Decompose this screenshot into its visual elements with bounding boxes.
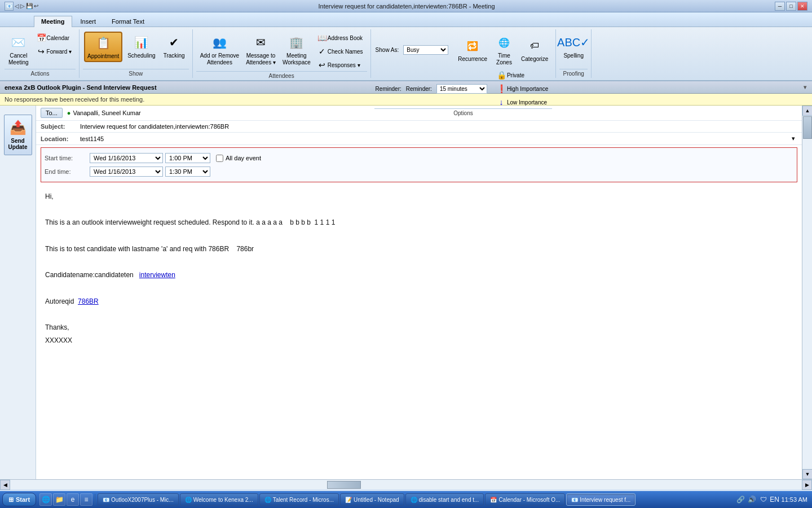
taskbar-outlookplus[interactable]: 📧 OutlooX2007Plus - Mic...: [98, 493, 179, 506]
calendar-button[interactable]: 📅 Calendar: [34, 32, 74, 44]
location-row: Location: ▾: [36, 133, 802, 145]
language-icon: EN: [770, 495, 779, 504]
ie2-icon[interactable]: e: [67, 493, 79, 506]
body-line-7: Candidatename:candidateten interviewten: [45, 270, 793, 281]
undo-btn[interactable]: ↩: [34, 3, 38, 9]
maximize-button[interactable]: □: [786, 2, 796, 11]
save-btn[interactable]: 💾: [26, 3, 33, 9]
show-as-select[interactable]: Busy Free Tentative Out of Office: [403, 45, 448, 55]
cancel-meeting-button[interactable]: ✉️ Cancel Meeting: [6, 32, 32, 68]
forward-button[interactable]: ↪ Forward ▾: [34, 45, 74, 58]
taskbar-talent[interactable]: 🌐 Talent Record - Micros...: [259, 493, 339, 506]
scroll-left-button[interactable]: ◀: [0, 480, 10, 490]
add-remove-attendees-button[interactable]: 👥 Add or Remove Attendees: [197, 32, 242, 68]
to-button[interactable]: To...: [41, 108, 63, 118]
private-icon: 🔒: [497, 71, 506, 80]
reminder-select[interactable]: 15 minutes None 5 minutes 30 minutes 1 h…: [436, 84, 487, 94]
calendar-label: Calendar: [47, 35, 70, 41]
taskbar-interview-request[interactable]: 📧 Interview request f...: [566, 493, 636, 506]
high-importance-button[interactable]: ❗ High Importance: [494, 82, 551, 95]
close-button[interactable]: ✕: [797, 2, 807, 11]
plugin-expand-button[interactable]: ▾: [802, 83, 807, 91]
scheduling-button[interactable]: 📊 Scheduling: [125, 32, 158, 61]
taskbar: ⊞ Start 🌐 📁 e ≡ 📧 OutlooX2007Plus - Mic.…: [0, 491, 812, 508]
taskbar-outlookplus-icon: 📧: [103, 497, 109, 503]
network-icon: 🔗: [736, 495, 745, 504]
send-update-button[interactable]: 📤 SendUpdate: [4, 115, 32, 155]
taskbar-calendar[interactable]: 📅 Calendar - Microsoft O...: [485, 493, 565, 506]
body-line-8: [45, 283, 793, 294]
cancel-meeting-label: Cancel Meeting: [8, 52, 29, 66]
fwd-btn[interactable]: ▷: [20, 3, 25, 9]
taskbar-interview-icon: 📧: [571, 497, 578, 503]
location-dropdown-icon[interactable]: ▾: [789, 135, 797, 142]
taskbar-disable[interactable]: 🌐 disable start and end t...: [405, 493, 484, 506]
private-button[interactable]: 🔒 Private: [494, 69, 551, 81]
tracking-button[interactable]: ✔ Tracking: [161, 32, 188, 61]
appointment-label: Appointment: [87, 53, 119, 60]
horizontal-scrollbar: ◀ ▶: [0, 479, 812, 489]
time-zones-label: Time Zones: [496, 52, 512, 66]
location-input[interactable]: [80, 135, 789, 142]
tab-meeting[interactable]: Meeting: [34, 16, 72, 27]
message-to-attendees-button[interactable]: ✉ Message to Attendees ▾: [243, 32, 279, 68]
address-book-button[interactable]: 📖 Address Book: [315, 32, 366, 44]
h-scroll-track: [10, 480, 802, 489]
end-time-select[interactable]: 1:30 PM: [165, 167, 210, 177]
all-day-checkbox[interactable]: [216, 155, 223, 162]
scroll-down-button[interactable]: ▼: [802, 469, 812, 479]
appointment-button[interactable]: 📋 Appointment: [84, 32, 122, 62]
attendee-icon: ●: [67, 110, 71, 116]
check-names-button[interactable]: ✓ Check Names: [315, 45, 366, 58]
time-zones-button[interactable]: 🌐 Time Zones: [492, 32, 516, 68]
categorize-icon: 🏷: [526, 37, 544, 55]
all-day-label: All day event: [226, 155, 261, 161]
start-time-row: Start time: Wed 1/16/2013 1:00 PM All da…: [45, 151, 793, 165]
start-time-select[interactable]: 1:00 PM: [165, 153, 210, 163]
categorize-label: Categorize: [521, 56, 548, 63]
scroll-up-button[interactable]: ▲: [802, 106, 812, 116]
tab-format-text[interactable]: Format Text: [104, 16, 152, 27]
taskbar-kenexa-icon: 🌐: [185, 497, 192, 503]
minimize-button[interactable]: ─: [775, 2, 785, 11]
interviewten-link[interactable]: interviewten: [139, 271, 175, 279]
ribbon-group-actions: ✉️ Cancel Meeting 📅 Calendar ↪ Forward ▾…: [1, 29, 80, 78]
scroll-thumb[interactable]: [803, 116, 812, 139]
body-area: Hi, This is a an outlook interviewweight…: [36, 185, 802, 479]
h-scroll-thumb[interactable]: [327, 481, 361, 489]
meeting-workspace-label: Meeting Workspace: [283, 52, 311, 66]
ie-icon[interactable]: 🌐: [39, 493, 52, 506]
send-update-icon: 📤: [10, 120, 27, 135]
attendees-group-label: Attendees: [196, 71, 367, 80]
body-line-10: [45, 309, 793, 320]
categorize-button[interactable]: 🏷 Categorize: [518, 35, 551, 64]
add-remove-attendees-label: Add or Remove Attendees: [200, 52, 239, 66]
address-book-icon: 📖: [317, 33, 326, 42]
recurrence-button[interactable]: 🔁 Recurrence: [455, 35, 490, 64]
meeting-workspace-button[interactable]: 🏢 Meeting Workspace: [280, 32, 314, 68]
body-line-1: Hi,: [45, 191, 793, 202]
bar-icon[interactable]: ≡: [80, 493, 92, 506]
spelling-button[interactable]: ABC✓ Spelling: [561, 32, 586, 61]
taskbar-kenexa[interactable]: 🌐 Welcome to Kenexa 2...: [180, 493, 258, 506]
reminder-label: Reminder:: [376, 86, 401, 92]
scroll-right-button[interactable]: ▶: [802, 480, 812, 490]
responses-button[interactable]: ↩ Responses ▾: [315, 59, 366, 71]
responses-icon: ↩: [317, 60, 326, 69]
start-date-select[interactable]: Wed 1/16/2013: [90, 153, 163, 163]
spelling-label: Spelling: [563, 52, 584, 59]
forward-label: Forward ▾: [47, 49, 72, 55]
recurrence-label: Recurrence: [458, 56, 487, 63]
ribbon-group-proofing: ABC✓ Spelling Proofing: [556, 29, 592, 78]
back-btn[interactable]: ◁: [15, 3, 19, 9]
taskbar-right: 🔗 🔊 🛡 EN 11:53 AM: [736, 495, 810, 504]
tab-insert[interactable]: Insert: [73, 16, 104, 27]
start-button[interactable]: ⊞ Start: [2, 493, 36, 506]
end-time-label: End time:: [45, 168, 90, 175]
tracking-label: Tracking: [164, 52, 185, 59]
end-date-select[interactable]: Wed 1/16/2013: [90, 167, 163, 177]
taskbar-notepad[interactable]: 📝 Untitled - Notepad: [340, 493, 404, 506]
folder-icon[interactable]: 📁: [53, 493, 65, 506]
reqid-link[interactable]: 786BR: [78, 297, 99, 305]
ribbon-group-options: Show As: Busy Free Tentative Out of Offi…: [371, 29, 557, 78]
